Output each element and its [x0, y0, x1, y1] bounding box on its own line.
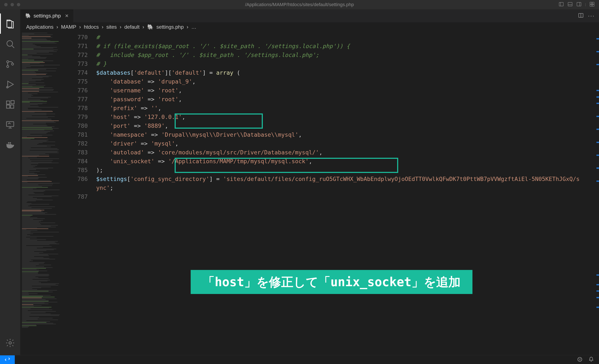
editor-region: 🐘 settings.php × ··· Applications› MAMP›… — [20, 9, 599, 355]
code-text[interactable]: 'password' => 'root', — [96, 95, 599, 104]
tab-settings-php[interactable]: 🐘 settings.php × — [20, 9, 74, 22]
code-text[interactable]: 'username' => 'root', — [96, 86, 599, 95]
line-number: 785 — [67, 166, 96, 175]
code-line[interactable]: 778 'prefix' => '', — [67, 104, 599, 113]
line-number: 776 — [67, 86, 96, 95]
svg-rect-4 — [577, 2, 581, 6]
code-line[interactable]: 773# } — [67, 60, 599, 68]
settings-activity[interactable] — [0, 333, 20, 353]
breadcrumb-part[interactable]: MAMP — [61, 24, 76, 30]
code-line[interactable]: 785); — [67, 166, 599, 175]
run-debug-activity[interactable] — [0, 74, 20, 95]
line-number: 780 — [67, 122, 96, 130]
code-text[interactable]: 'host' => '127.0.0.1', — [96, 113, 599, 122]
code-text[interactable]: 'port' => '8889', — [96, 122, 599, 130]
code-text[interactable]: # } — [96, 60, 599, 68]
more-actions-icon[interactable]: ··· — [588, 12, 595, 19]
panel-left-icon[interactable] — [558, 1, 564, 8]
split-editor-icon[interactable] — [578, 12, 584, 19]
search-activity[interactable] — [0, 34, 20, 54]
line-number: 783 — [67, 148, 96, 157]
minimize-window-button[interactable] — [10, 3, 14, 6]
line-number: 781 — [67, 130, 96, 139]
remote-window-button[interactable] — [0, 355, 15, 364]
svg-point-24 — [9, 342, 11, 344]
code-line[interactable]: 774$databases['default']['default'] = ar… — [67, 68, 599, 77]
php-icon: 🐘 — [25, 13, 31, 18]
line-number: 787 — [67, 192, 96, 201]
line-number: 782 — [67, 139, 96, 148]
line-number: 772 — [67, 51, 96, 60]
line-number: 779 — [67, 113, 96, 122]
breadcrumb-part[interactable]: … — [191, 24, 196, 30]
editor-tabs: 🐘 settings.php × ··· — [20, 9, 599, 22]
layout-customize-icon[interactable] — [589, 1, 595, 8]
minimap[interactable] — [20, 32, 67, 355]
code-line[interactable]: 784 'unix_socket' => '/Applications/MAMP… — [67, 157, 599, 166]
code-text[interactable]: 'prefix' => '', — [96, 104, 599, 113]
panel-bottom-icon[interactable] — [567, 1, 573, 8]
svg-point-14 — [12, 63, 14, 65]
code-line[interactable]: 776 'username' => 'root', — [67, 86, 599, 95]
breadcrumb-part[interactable]: htdocs — [84, 24, 99, 30]
code-text[interactable]: ); — [96, 166, 599, 175]
code-text[interactable]: # — [96, 33, 599, 42]
code-text[interactable]: # include $app_root . '/' . $site_path .… — [96, 51, 599, 60]
overview-ruler[interactable] — [596, 32, 599, 355]
annotation-banner: 「host」を修正して「unix_socket」を追加 — [191, 270, 472, 294]
svg-rect-17 — [7, 101, 10, 104]
code-text[interactable]: 'database' => 'drupal_9', — [96, 77, 599, 86]
breadcrumb-part[interactable]: settings.php — [157, 24, 184, 30]
code-line[interactable]: 787 — [67, 192, 599, 201]
explorer-activity[interactable] — [0, 14, 20, 34]
code-line[interactable]: 775 'database' => 'drupal_9', — [67, 77, 599, 86]
code-line[interactable]: 786$settings['config_sync_directory'] = … — [67, 175, 599, 192]
svg-rect-6 — [590, 2, 592, 4]
code-text[interactable]: 'driver' => 'mysql', — [96, 139, 599, 148]
svg-rect-8 — [590, 4, 592, 6]
editor-body: 770#771# if (file_exists($app_root . '/'… — [20, 32, 599, 355]
breadcrumb-part[interactable]: sites — [106, 24, 117, 30]
code-text[interactable]: 'namespace' => 'Drupal\\mysql\\Driver\\D… — [96, 130, 599, 139]
svg-rect-19 — [10, 105, 14, 108]
svg-point-29 — [581, 358, 581, 359]
code-line[interactable]: 777 'password' => 'root', — [67, 95, 599, 104]
php-icon: 🐘 — [147, 24, 154, 30]
code-line[interactable]: 770# — [67, 33, 599, 42]
docker-activity[interactable] — [0, 135, 20, 155]
window-title: /Applications/MAMP/htdocs/sites/default/… — [245, 2, 354, 7]
code-line[interactable]: 783 'autoload' => 'core/modules/mysql/sr… — [67, 148, 599, 157]
code-text[interactable]: $settings['config_sync_directory'] = 'si… — [96, 175, 581, 192]
panel-right-icon[interactable] — [576, 1, 582, 8]
code-line[interactable]: 780 'port' => '8889', — [67, 122, 599, 130]
maximize-window-button[interactable] — [17, 3, 20, 6]
extensions-activity[interactable] — [0, 95, 20, 115]
code-editor[interactable]: 770#771# if (file_exists($app_root . '/'… — [67, 32, 599, 355]
code-line[interactable]: 781 'namespace' => 'Drupal\\mysql\\Drive… — [67, 130, 599, 139]
source-control-activity[interactable] — [0, 54, 20, 74]
code-line[interactable]: 779 'host' => '127.0.0.1', — [67, 113, 599, 122]
breadcrumb-part[interactable]: Applications — [26, 24, 53, 30]
breadcrumb[interactable]: Applications› MAMP› htdocs› sites› defau… — [20, 22, 599, 32]
feedback-icon[interactable] — [577, 357, 582, 363]
svg-rect-0 — [559, 2, 563, 6]
line-number: 771 — [67, 42, 96, 51]
code-line[interactable]: 772# include $app_root . '/' . $site_pat… — [67, 51, 599, 60]
remote-explorer-activity[interactable] — [0, 115, 20, 135]
close-window-button[interactable] — [4, 3, 8, 6]
code-line[interactable]: 782 'driver' => 'mysql', — [67, 139, 599, 148]
code-line[interactable]: 771# if (file_exists($app_root . '/' . $… — [67, 42, 599, 51]
notifications-icon[interactable] — [589, 357, 594, 363]
breadcrumb-part[interactable]: default — [124, 24, 140, 30]
line-number: 778 — [67, 104, 96, 113]
svg-point-10 — [7, 41, 13, 46]
code-text[interactable] — [96, 192, 599, 201]
code-text[interactable]: 'unix_socket' => '/Applications/MAMP/tmp… — [96, 157, 599, 166]
close-icon[interactable]: × — [65, 12, 68, 19]
titlebar-layout-controls: | — [558, 1, 599, 8]
line-number: 777 — [67, 95, 96, 104]
code-text[interactable]: $databases['default']['default'] = array… — [96, 68, 599, 77]
code-text[interactable]: 'autoload' => 'core/modules/mysql/src/Dr… — [96, 148, 599, 157]
line-number: 774 — [67, 68, 96, 77]
code-text[interactable]: # if (file_exists($app_root . '/' . $sit… — [96, 42, 599, 51]
